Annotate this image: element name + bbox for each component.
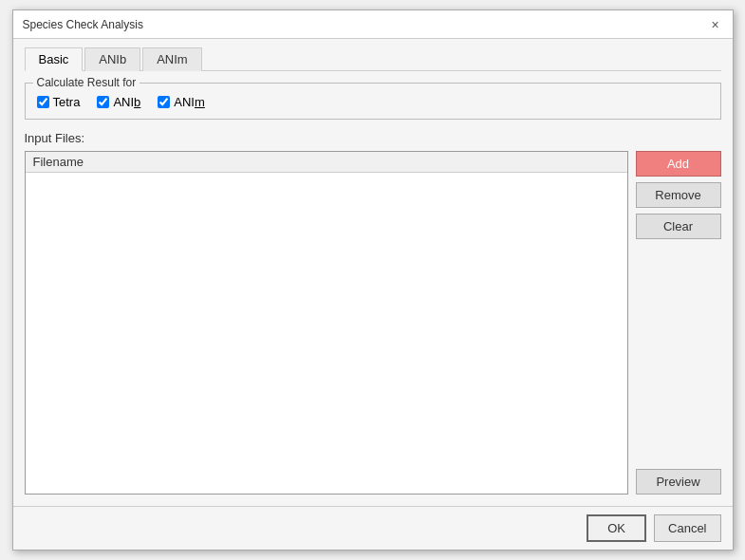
checkbox-tetra-input[interactable] <box>37 96 49 108</box>
input-files-row: Filename Add Remove Clear Preview <box>25 151 721 495</box>
checkbox-anim-label: ANIm <box>174 95 205 109</box>
dialog: Species Check Analysis × Basic ANIb ANIm… <box>12 9 734 551</box>
close-button[interactable]: × <box>708 17 723 32</box>
input-files-label: Input Files: <box>25 131 85 145</box>
ok-button[interactable]: OK <box>587 514 646 542</box>
checkbox-anim-input[interactable] <box>158 96 170 108</box>
checkbox-tetra[interactable]: Tetra <box>37 95 81 109</box>
clear-button[interactable]: Clear <box>636 214 721 239</box>
button-spacer <box>636 245 721 463</box>
preview-button[interactable]: Preview <box>636 469 721 495</box>
calculate-section: Calculate Result for Tetra ANIb ANIm <box>25 83 721 120</box>
dialog-title: Species Check Analysis <box>23 18 143 31</box>
dialog-body: Basic ANIb ANIm Calculate Result for Tet… <box>13 39 733 506</box>
tab-anim[interactable]: ANIm <box>142 47 202 71</box>
file-list-container: Filename <box>25 151 628 495</box>
tab-anib[interactable]: ANIb <box>84 47 140 71</box>
checkbox-anib-input[interactable] <box>97 96 109 108</box>
title-bar: Species Check Analysis × <box>13 10 733 39</box>
checkbox-anib-label: ANIb <box>113 95 140 109</box>
remove-button[interactable]: Remove <box>636 182 721 208</box>
file-list-header: Filename <box>26 152 627 173</box>
checkbox-anim[interactable]: ANIm <box>158 95 205 109</box>
buttons-column: Add Remove Clear Preview <box>636 151 721 495</box>
cancel-button[interactable]: Cancel <box>654 514 720 542</box>
tab-basic[interactable]: Basic <box>25 47 84 71</box>
file-list-body[interactable] <box>26 173 627 457</box>
checkbox-anib[interactable]: ANIb <box>97 95 140 109</box>
anib-underline: b <box>134 95 140 109</box>
checkbox-tetra-label: Tetra <box>53 95 81 109</box>
bottom-bar: OK Cancel <box>13 506 733 550</box>
anim-underline: m <box>195 95 205 109</box>
calculate-legend: Calculate Result for <box>33 76 140 89</box>
tab-bar: Basic ANIb ANIm <box>25 47 721 71</box>
input-files-label-row: Input Files: <box>25 131 721 145</box>
checkboxes-row: Tetra ANIb ANIm <box>37 95 709 109</box>
add-button[interactable]: Add <box>636 151 721 177</box>
